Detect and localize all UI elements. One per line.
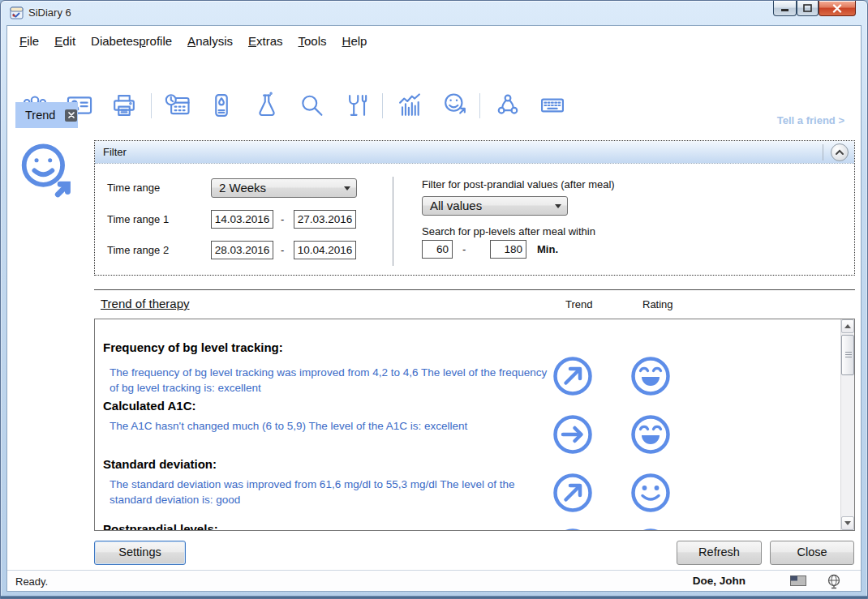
menu-help[interactable]: Help bbox=[342, 34, 367, 48]
rating-good-icon bbox=[630, 472, 672, 514]
pp-search-label: Search for pp-levels after meal within bbox=[422, 225, 595, 237]
time-range-1-to-input[interactable] bbox=[294, 210, 356, 229]
title-bar[interactable]: SiDiary 6 bbox=[1, 1, 867, 25]
pp-filter-select[interactable]: All values bbox=[422, 196, 568, 216]
window-title: SiDiary 6 bbox=[28, 6, 71, 19]
row-description: The standard deviation was improved from… bbox=[110, 477, 548, 507]
collapse-filter-button[interactable] bbox=[831, 143, 849, 161]
menu-analysis[interactable]: Analysis bbox=[187, 34, 233, 48]
filter-vertical-divider bbox=[393, 177, 393, 266]
settings-button[interactable]: Settings bbox=[94, 541, 186, 565]
maximize-button[interactable] bbox=[797, 1, 819, 16]
thumb-grip-icon bbox=[845, 352, 852, 358]
trend-page: Filter Time range Time range 1 Time rang… bbox=[7, 128, 861, 570]
range-dash: - bbox=[281, 244, 284, 256]
chevron-down-icon bbox=[555, 204, 561, 212]
row-description: The frequency of bg level tracking was i… bbox=[110, 365, 548, 396]
trend-up-icon bbox=[552, 472, 594, 514]
menu-file[interactable]: File bbox=[19, 34, 39, 48]
trend-up-icon bbox=[552, 355, 594, 397]
arrow-up-icon bbox=[844, 321, 851, 328]
menu-extras[interactable]: Extras bbox=[248, 34, 283, 48]
row-heading: Calculated A1C: bbox=[103, 399, 196, 413]
time-range-1-from-input[interactable] bbox=[211, 210, 273, 229]
status-message: Ready. bbox=[15, 575, 48, 588]
trend-column-header: Trend bbox=[565, 298, 592, 310]
time-range-2-from-input[interactable] bbox=[211, 241, 273, 259]
filter-panel-header: Filter bbox=[95, 141, 854, 164]
scrollbar-thumb[interactable] bbox=[841, 335, 854, 375]
rating-excellent-icon bbox=[630, 413, 672, 456]
pp-unit-label: Min. bbox=[537, 243, 558, 255]
menu-tools[interactable]: Tools bbox=[299, 34, 327, 48]
pp-to-input[interactable] bbox=[490, 240, 526, 259]
time-range-selected-value: 2 Weeks bbox=[219, 181, 266, 195]
current-user-name: Doe, John bbox=[693, 575, 746, 587]
refresh-button[interactable]: Refresh bbox=[677, 541, 762, 565]
time-range-select[interactable]: 2 Weeks bbox=[211, 178, 357, 198]
trend-of-therapy-panel: Trend of therapy Trend Rating Frequency … bbox=[94, 289, 855, 531]
vertical-scrollbar[interactable] bbox=[840, 319, 854, 530]
app-icon bbox=[10, 6, 24, 19]
minimize-button[interactable] bbox=[773, 1, 797, 16]
trend-table-body: Frequency of bg level tracking: The freq… bbox=[94, 319, 855, 531]
row-heading: Frequency of bg level tracking: bbox=[103, 340, 283, 354]
trend-page-smiley-icon bbox=[17, 139, 77, 203]
arrow-down-icon bbox=[844, 521, 851, 528]
filter-header-separator bbox=[823, 144, 823, 160]
chevron-down-icon bbox=[344, 186, 350, 194]
pp-from-input[interactable] bbox=[422, 240, 453, 259]
close-button[interactable]: Close bbox=[770, 541, 854, 565]
app-window: SiDiary 6 File Edit Diabetesprofile Anal… bbox=[0, 0, 868, 599]
online-status-globe-icon[interactable] bbox=[827, 574, 841, 589]
time-range-2-to-input[interactable] bbox=[294, 241, 356, 259]
pp-filter-selected-value: All values bbox=[430, 199, 482, 212]
scroll-up-button[interactable] bbox=[841, 319, 854, 333]
filter-panel-title: Filter bbox=[103, 146, 127, 158]
rating-icon-clipped bbox=[630, 527, 672, 531]
tab-close-button[interactable] bbox=[65, 109, 77, 122]
trend-table-header: Trend of therapy Trend Rating bbox=[94, 289, 855, 319]
rating-column-header: Rating bbox=[642, 298, 673, 310]
row-description: The A1C hasn't changed much (6 to 5,9) T… bbox=[110, 418, 548, 434]
client-area: File Edit Diabetesprofile Analysis Extra… bbox=[6, 25, 862, 592]
scroll-down-button[interactable] bbox=[841, 516, 854, 530]
menu-bar: File Edit Diabetesprofile Analysis Extra… bbox=[7, 26, 861, 56]
rating-excellent-icon bbox=[630, 355, 672, 397]
window-bottom-frame bbox=[1, 596, 867, 598]
status-bar: Ready. Doe, John bbox=[7, 570, 861, 591]
language-flag-icon[interactable] bbox=[790, 575, 806, 586]
close-window-button[interactable] bbox=[819, 1, 856, 16]
menu-edit[interactable]: Edit bbox=[54, 34, 75, 48]
filter-panel: Filter Time range Time range 1 Time rang… bbox=[94, 140, 855, 276]
row-heading: Standard deviation: bbox=[103, 457, 217, 471]
time-range-label: Time range bbox=[107, 182, 160, 194]
trend-table-title: Trend of therapy bbox=[101, 297, 190, 310]
time-range-2-label: Time range 2 bbox=[107, 244, 169, 256]
menu-diabetesprofile[interactable]: Diabetesprofile bbox=[91, 34, 172, 48]
row-heading: Postprandial levels: bbox=[103, 522, 218, 531]
toolbar: Tell a friend > bbox=[7, 56, 861, 102]
pp-filter-label: Filter for post-prandial values (after m… bbox=[422, 178, 615, 190]
close-icon bbox=[832, 4, 842, 13]
trend-icon-clipped bbox=[552, 527, 594, 531]
range-dash: - bbox=[281, 213, 284, 225]
tab-trend-label: Trend bbox=[25, 109, 55, 122]
range-dash: - bbox=[462, 243, 466, 255]
tab-bar: Trend bbox=[7, 102, 861, 128]
time-range-1-label: Time range 1 bbox=[107, 213, 169, 225]
tab-trend[interactable]: Trend bbox=[15, 102, 78, 128]
trend-steady-icon bbox=[552, 413, 594, 456]
chevron-up-icon bbox=[835, 149, 844, 156]
close-icon bbox=[68, 112, 75, 118]
